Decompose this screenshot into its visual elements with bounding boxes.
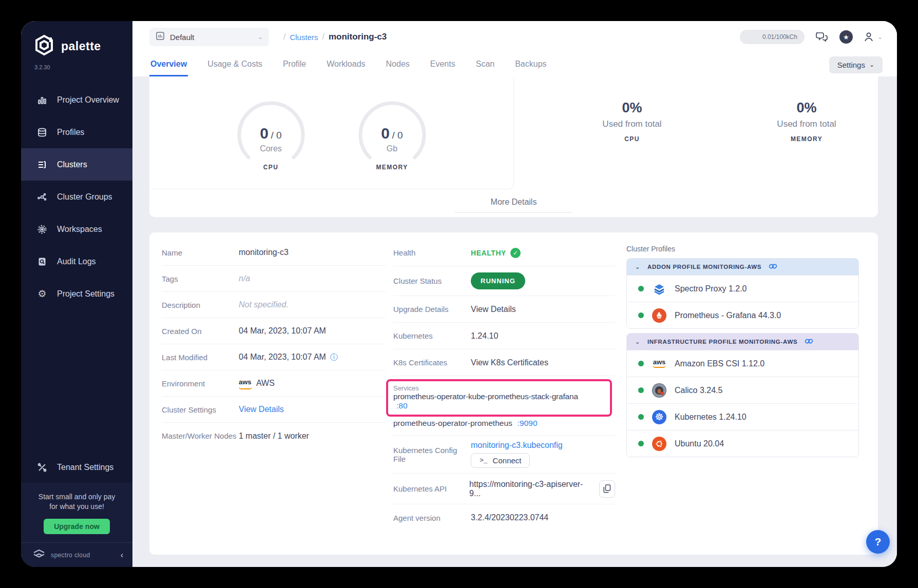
pack-row-amazon-ebs-csi[interactable]: aws Amazon EBS CSI 1.12.0: [627, 350, 858, 377]
app-version: 3.2.30: [21, 60, 132, 84]
help-button[interactable]: ?: [866, 530, 890, 554]
tab-scan[interactable]: Scan: [475, 53, 495, 76]
detail-row-name: Name monitoring-c3: [162, 240, 386, 266]
detail-row-last-modified: Last Modified 04 Mar, 2023, 10:07 AMⓘ: [162, 344, 386, 370]
details-middle-column: Health HEALTHY ✓ Cluster Status RUNNING …: [393, 240, 615, 531]
cluster-tabs: Overview Usage & Costs Profile Workloads…: [132, 53, 897, 76]
pack-row-spectro-proxy[interactable]: Spectro Proxy 1.2.0: [627, 275, 858, 302]
tenant-settings-label: Tenant Settings: [57, 463, 113, 472]
app-window: palette 3.2.30 Project Overview Profiles…: [21, 21, 897, 567]
tab-usage-costs[interactable]: Usage & Costs: [206, 53, 263, 76]
sidebar-item-label: Workspaces: [57, 225, 102, 234]
whats-new-star-icon[interactable]: ★: [839, 30, 853, 44]
link-icon[interactable]: [769, 263, 777, 270]
chevron-down-icon: ⌄: [635, 264, 640, 270]
pack-row-kubernetes[interactable]: ☸ Kubernetes 1.24.10: [627, 403, 858, 430]
kubernetes-icon: ☸: [652, 410, 666, 424]
content: 0 / 0 Cores CPU 0 / 0 Gb MEMORY 0% Used …: [132, 76, 897, 567]
kubeconfig-download-link[interactable]: monitoring-c3.kubeconfig: [471, 441, 563, 450]
kubeconfig-row: Kubernetes Config File monitoring-c3.kub…: [393, 436, 615, 474]
status-dot: [638, 361, 644, 366]
services-section: Services prometheus-operator-kube-promet…: [393, 376, 615, 436]
pack-row-calico[interactable]: Calico 3.24.5: [627, 377, 858, 403]
user-icon: [863, 31, 874, 43]
tab-events[interactable]: Events: [429, 53, 456, 76]
app-title: palette: [61, 40, 101, 53]
network-icon: [36, 191, 48, 203]
footer-brand-label: spectro cloud: [51, 552, 116, 559]
tab-backups[interactable]: Backups: [514, 53, 547, 76]
tab-nodes[interactable]: Nodes: [385, 53, 411, 76]
sidebar-item-project-settings[interactable]: ⚙ Project Settings: [21, 278, 132, 310]
kubernetes-api-row: Kubernetes API https://monitoring-c3-api…: [393, 474, 615, 504]
aws-icon: aws: [239, 377, 252, 389]
cluster-status-row: Cluster Status RUNNING: [393, 266, 615, 296]
sidebar-item-label: Audit Logs: [57, 257, 96, 266]
gauges-panel: 0 / 0 Cores CPU 0 / 0 Gb MEMORY: [149, 76, 514, 189]
infrastructure-profile-header[interactable]: ⌄ INFRASTRUCTURE PROFILE MONITORING-AWS: [627, 334, 858, 350]
cluster-settings-view-details-link[interactable]: View Details: [239, 405, 284, 414]
pack-row-ubuntu[interactable]: Ubuntu 20.04: [627, 430, 858, 457]
sidebar-item-tenant-settings[interactable]: Tenant Settings: [21, 452, 132, 483]
sidebar-item-profiles[interactable]: Profiles: [21, 116, 132, 148]
status-dot: [638, 414, 644, 420]
bar-chart-icon: [36, 94, 48, 106]
sidebar-item-workspaces[interactable]: Workspaces: [21, 213, 132, 245]
cpu-gauge: 0 / 0 Cores CPU: [230, 95, 312, 171]
sidebar-spacer: [21, 310, 132, 452]
collapse-sidebar-icon[interactable]: ‹: [121, 551, 123, 560]
breadcrumb: / Clusters / monitoring-c3: [283, 32, 387, 42]
tab-workloads[interactable]: Workloads: [326, 53, 366, 76]
sidebar-item-project-overview[interactable]: Project Overview: [21, 84, 132, 116]
copy-icon[interactable]: [599, 480, 615, 498]
addon-profile-header[interactable]: ⌄ ADDON PROFILE MONITORING-AWS: [627, 259, 858, 275]
user-menu[interactable]: ⌄: [863, 31, 883, 43]
running-badge: RUNNING: [471, 272, 525, 289]
pack-row-prometheus-grafana[interactable]: Prometheus - Grafana 44.3.0: [627, 302, 858, 328]
link-icon[interactable]: [805, 338, 813, 345]
view-k8s-certificates-link[interactable]: View K8s Certificates: [471, 358, 548, 367]
topbar-right: 0.01/100kCh ★ ⌄: [740, 30, 883, 44]
ubuntu-icon: [652, 437, 666, 451]
services-highlight-box: Services prometheus-operator-kube-promet…: [386, 379, 612, 417]
breadcrumb-clusters-link[interactable]: Clusters: [290, 33, 318, 42]
service-grafana-port-link[interactable]: :80: [396, 401, 408, 410]
sidebar-item-audit-logs[interactable]: Audit Logs: [21, 245, 132, 278]
gauge-caption: MEMORY: [351, 164, 433, 171]
upgrade-now-button[interactable]: Upgrade now: [44, 519, 110, 534]
upgrade-promo: Start small and only pay for what you us…: [21, 483, 132, 542]
upgrade-details-row: Upgrade Details View Details: [393, 296, 615, 323]
service-prometheus: prometheus-operator-prometheus :9090: [393, 417, 615, 433]
cluster-profiles-title: Cluster Profiles: [626, 245, 859, 253]
health-status: HEALTHY: [471, 249, 506, 257]
more-details-button[interactable]: More Details: [149, 198, 878, 213]
usage-stats: 0% Used from total CPU 0% Used from tota…: [581, 100, 858, 143]
cpu-usage-stat: 0% Used from total CPU: [581, 100, 683, 143]
prometheus-icon: [652, 308, 666, 323]
service-prometheus-port-link[interactable]: :9090: [518, 419, 538, 428]
tab-overview[interactable]: Overview: [149, 53, 188, 76]
chevron-down-icon: ⌄: [869, 61, 874, 68]
health-row: Health HEALTHY ✓: [393, 240, 615, 266]
detail-row-tags: Tags n/a: [162, 266, 386, 292]
project-selector[interactable]: Default ⌄: [149, 28, 269, 46]
detail-row-cluster-settings: Cluster Settings View Details: [162, 397, 386, 423]
sidebar-item-cluster-groups[interactable]: Cluster Groups: [21, 181, 132, 213]
cluster-details-card: Name monitoring-c3 Tags n/a Description …: [149, 232, 878, 555]
info-icon[interactable]: ⓘ: [330, 352, 338, 362]
status-dot: [638, 312, 644, 318]
connect-button[interactable]: >_ Connect: [471, 453, 530, 468]
sidebar-item-label: Clusters: [57, 160, 87, 169]
chat-icon[interactable]: [815, 31, 829, 43]
check-icon: ✓: [510, 248, 521, 258]
sidebar-item-clusters[interactable]: Clusters: [21, 148, 132, 181]
tab-profile[interactable]: Profile: [282, 53, 307, 76]
upgrade-view-details-link[interactable]: View Details: [471, 305, 516, 314]
palette-logo-icon: [33, 34, 55, 58]
sidebar-item-label: Cluster Groups: [57, 192, 112, 202]
sidebar-item-label: Project Overview: [57, 95, 119, 105]
infrastructure-profile-group: ⌄ INFRASTRUCTURE PROFILE MONITORING-AWS …: [626, 333, 859, 457]
status-dot: [638, 441, 644, 446]
cluster-settings-button[interactable]: Settings ⌄: [829, 56, 883, 73]
api-url: https://monitoring-c3-apiserver-9...: [469, 480, 592, 498]
